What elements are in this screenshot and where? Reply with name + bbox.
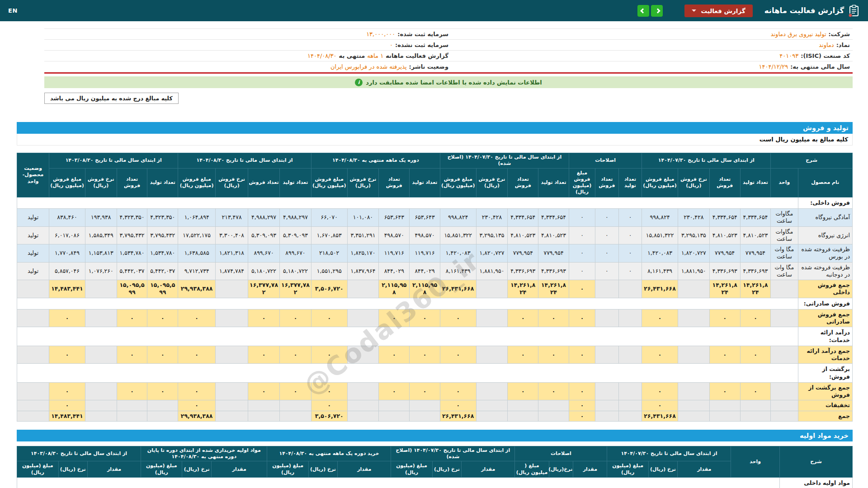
info-label: سال مالی منتهی به: xyxy=(790,63,850,70)
cell xyxy=(618,346,642,364)
column-subheader: نرخ فروش (ریال) xyxy=(476,168,508,197)
column-subheader: تعداد تولید xyxy=(280,168,311,197)
column-subheader: مبلغ (میلیون ریال) xyxy=(267,461,308,478)
cell xyxy=(216,309,248,327)
cell: ۰ xyxy=(410,346,440,364)
cell: ۱۶,۳۷۷,۷۸۲ xyxy=(280,280,311,298)
cell xyxy=(347,309,379,327)
column-subheader: مقدار xyxy=(573,461,607,478)
prev-report-button[interactable] xyxy=(637,5,649,17)
notice-bar: اطلاعات نمایش داده شده با اطلاعات امضا ش… xyxy=(44,76,853,88)
cell: ۳,۲۹۵,۱۳۵ xyxy=(476,226,508,244)
column-group-header: اصلاحات xyxy=(569,153,642,169)
column-group-header: از ابتدای سال مالی تا تاریخ ۱۴۰۴/۰۸/۳۰ xyxy=(178,153,311,169)
info-value: ۱۳,۰۰۰,۰۰۰ xyxy=(366,31,395,38)
cell: ۱,۴۲۰,۰۸۳ xyxy=(440,244,476,263)
cell: ۰ xyxy=(440,400,476,411)
column-group-header: واحد xyxy=(731,446,779,477)
cell: ۰ xyxy=(538,346,569,364)
cell: ۴,۳۳۶,۶۹۳ xyxy=(508,262,538,280)
cell: ۱,۵۳۴,۷۸۰ xyxy=(147,244,178,263)
cell xyxy=(618,411,642,421)
cell: ۱۴,۴۸۳,۴۴۱ xyxy=(49,411,85,421)
cell: ۵,۱۸۰,۷۲۲ xyxy=(280,262,311,280)
cell xyxy=(538,411,569,421)
language-toggle[interactable]: EN xyxy=(8,7,18,14)
cell: ۲۳۰,۴۲۸ xyxy=(476,209,508,227)
data-row: ظرفیت فروخته شده در دوجانبهمگا وات ساعت۴… xyxy=(17,262,853,280)
materials-table-mount: شرحواحداز ابتدای سال مالی تا تاریخ ۱۴۰۴/… xyxy=(17,446,853,488)
cell: ۱۰۱,۰۸۰ xyxy=(347,209,379,227)
cell: ۲۹,۹۳۸,۳۸۸ xyxy=(178,411,216,421)
column-subheader: مبلغ ( میلیون ریال) xyxy=(515,461,549,478)
cell: ۸۹۹,۶۷۰ xyxy=(248,244,280,263)
cell: ۱۷,۵۲۲,۱۷۵ xyxy=(178,226,216,244)
cell xyxy=(476,280,508,298)
cell: تولید xyxy=(17,209,49,227)
cell xyxy=(678,411,709,421)
cell xyxy=(618,382,642,400)
cell xyxy=(379,411,410,421)
info-label: گزارش فعالیت ماهانه xyxy=(386,52,448,59)
cell: ۱,۰۶۴,۸۹۴ xyxy=(178,209,216,227)
cell xyxy=(476,346,508,364)
cell xyxy=(678,280,709,298)
cell: ۰ xyxy=(440,346,476,364)
cell: ۰ xyxy=(248,382,280,400)
section-row: درآمد ارائه خدمات: xyxy=(17,327,853,346)
cell: ۰ xyxy=(709,309,740,327)
cell: ۱,۸۲۵,۱۷۰ xyxy=(347,244,379,263)
info-label: نماد: xyxy=(836,42,850,48)
next-report-button[interactable] xyxy=(651,5,663,17)
row-label-cell: جمع برگشت از فروش xyxy=(798,382,852,400)
cell: ۰ xyxy=(117,382,147,400)
cell: ۴,۳۳۴,۶۵۴ xyxy=(508,209,538,227)
cell xyxy=(347,280,379,298)
cell: ۰ xyxy=(147,346,178,364)
cell: ۰ xyxy=(280,309,311,327)
cell xyxy=(476,400,508,411)
cell xyxy=(595,400,619,411)
column-subheader: مبلغ فروش (میلیون ریال) xyxy=(569,168,595,197)
cell xyxy=(771,346,798,364)
cell: ۰ xyxy=(311,346,347,364)
cell: ۰ xyxy=(709,382,740,400)
cell xyxy=(678,382,709,400)
section-header-materials: خرید مواد اولیه xyxy=(17,430,853,441)
cell: ۴,۳۳۶,۶۹۳ xyxy=(709,262,740,280)
cell: ۱۴,۲۶۱,۸۲۴ xyxy=(508,280,538,298)
cell xyxy=(17,280,49,298)
units-note: کلیه مبالغ به میلیون ریال است xyxy=(17,134,853,145)
cell: ۶۵۳,۶۴۳ xyxy=(379,209,410,227)
cell: ۰ xyxy=(569,411,595,421)
cell xyxy=(17,382,49,400)
company-info-right: نماد:دماوند xyxy=(448,42,850,48)
cell xyxy=(17,411,49,421)
cell xyxy=(347,400,379,411)
column-group-header: مواد اولیه خریداری شده از ابتدای دوره تا… xyxy=(141,446,267,461)
column-subheader: مبلغ (میلیون ریال) xyxy=(607,461,648,478)
cell xyxy=(595,411,619,421)
cell xyxy=(538,400,569,411)
cell: ۰ xyxy=(379,346,410,364)
column-subheader: تعداد فروش xyxy=(709,168,740,197)
cell: ۱۵,۸۵۱,۳۲۲ xyxy=(440,226,476,244)
cell: ۲۱۸,۵۰۲ xyxy=(311,244,347,263)
cell: ۴,۸۱۰,۵۲۳ xyxy=(740,226,771,244)
info-value: ۴۰۱۰۹۳ xyxy=(779,52,798,59)
cell: ۰ xyxy=(49,346,85,364)
section-header-production-sales: تولید و فروش xyxy=(17,122,853,134)
cell: ۵,۱۸۰,۷۲۲ xyxy=(248,262,280,280)
cell: ۱۴,۲۶۱,۸۲۴ xyxy=(709,280,740,298)
cell xyxy=(17,400,49,411)
company-info-right: سال مالی منتهی به:۱۴۰۴/۱۲/۲۹ xyxy=(448,63,850,70)
cell: ۱۵,۸۵۱,۳۲۲ xyxy=(642,226,678,244)
report-type-dropdown[interactable]: گزارش فعالیت xyxy=(684,5,752,17)
cell: ۰ xyxy=(740,382,771,400)
cell: ۵,۳۰۹,۰۹۳ xyxy=(280,226,311,244)
company-info-right: شرکت:تولید نیروی برق دماوند xyxy=(448,31,850,38)
info-label: منتهی به xyxy=(339,52,365,59)
cell: ۸۴۴,۰۲۹ xyxy=(379,262,410,280)
topbar: گزارش فعالیت ماهانه گزارش فعالیت EN xyxy=(0,0,868,21)
column-group-header: خرید دوره یک ماهه منتهی به ۱۴۰۴/۰۸/۳۰ xyxy=(267,446,391,461)
